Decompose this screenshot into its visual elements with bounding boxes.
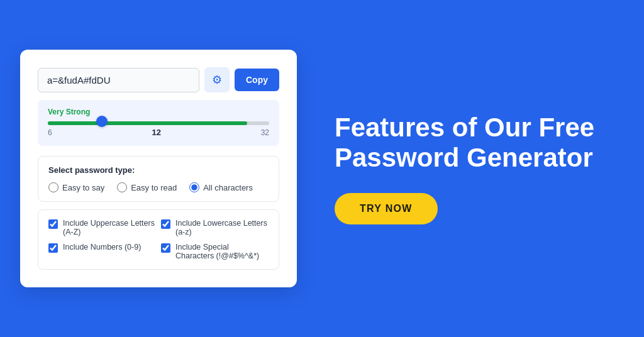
radio-easy-read-input[interactable] [117, 182, 127, 192]
checkbox-special[interactable]: Include Special Characters (!@#$%^&*) [161, 243, 269, 260]
copy-button[interactable]: Copy [235, 69, 279, 91]
checkboxes-section: Include Uppercase Letters (A-Z) Include … [38, 209, 279, 270]
checkbox-uppercase-label: Include Uppercase Letters (A-Z) [63, 219, 156, 236]
checkbox-numbers[interactable]: Include Numbers (0-9) [48, 243, 156, 260]
password-type-title: Select password type: [48, 165, 269, 175]
radio-group: Easy to say Easy to read All characters [48, 182, 269, 192]
checkbox-lowercase-input[interactable] [161, 219, 170, 229]
checkbox-uppercase[interactable]: Include Uppercase Letters (A-Z) [48, 219, 156, 236]
range-labels: 6 12 32 [48, 128, 269, 137]
checkbox-lowercase-label: Include Lowercase Letters (a-z) [175, 219, 269, 236]
length-slider[interactable] [48, 122, 269, 124]
checkbox-numbers-label: Include Numbers (0-9) [63, 243, 141, 251]
radio-all-chars[interactable]: All characters [189, 182, 253, 192]
checkbox-special-label: Include Special Characters (!@#$%^&*) [175, 243, 269, 260]
try-now-button[interactable]: TRY NOW [335, 193, 438, 224]
range-current: 12 [152, 128, 160, 137]
radio-easy-read-label: Easy to read [131, 183, 177, 192]
password-input[interactable] [38, 68, 199, 92]
checkbox-grid: Include Uppercase Letters (A-Z) Include … [48, 219, 269, 260]
password-type-section: Select password type: Easy to say Easy t… [38, 156, 279, 202]
strength-section: Very Strong 6 12 32 [38, 100, 279, 146]
checkbox-uppercase-input[interactable] [48, 219, 58, 229]
strength-label: Very Strong [48, 108, 269, 116]
range-max: 32 [261, 128, 269, 137]
headline-text: Features of Our Free Password Generator [335, 113, 594, 172]
gear-button[interactable]: ⚙ [204, 67, 230, 92]
headline: Features of Our Free Password Generator [335, 113, 624, 174]
password-generator-card: ⚙ Copy Very Strong 6 12 32 Select pas [20, 50, 297, 287]
slider-wrapper [48, 121, 269, 125]
password-row: ⚙ Copy [38, 67, 279, 92]
checkbox-lowercase[interactable]: Include Lowercase Letters (a-z) [161, 219, 269, 236]
checkbox-special-input[interactable] [161, 243, 170, 253]
range-min: 6 [48, 128, 52, 137]
copy-label: Copy [246, 75, 268, 85]
radio-all-chars-input[interactable] [189, 182, 199, 192]
checkbox-numbers-input[interactable] [48, 243, 58, 253]
radio-easy-read[interactable]: Easy to read [117, 182, 177, 192]
gear-icon: ⚙ [212, 73, 222, 87]
right-content: Features of Our Free Password Generator … [335, 113, 624, 225]
radio-easy-say-input[interactable] [48, 182, 58, 192]
main-container: ⚙ Copy Very Strong 6 12 32 Select pas [20, 50, 624, 287]
radio-easy-say[interactable]: Easy to say [48, 182, 104, 192]
try-now-label: TRY NOW [360, 203, 413, 214]
radio-easy-say-label: Easy to say [62, 183, 104, 192]
radio-all-chars-label: All characters [203, 183, 253, 192]
